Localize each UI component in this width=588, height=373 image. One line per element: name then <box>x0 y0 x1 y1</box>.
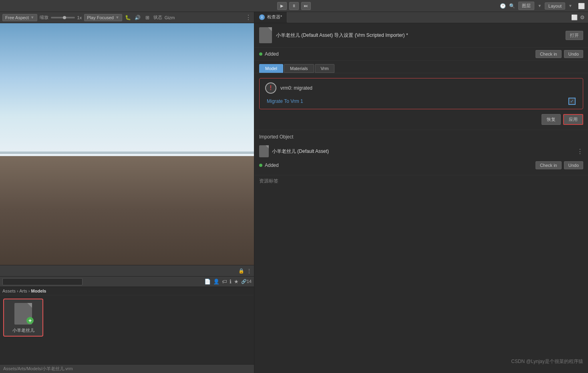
layers-button[interactable]: 图层 <box>518 2 534 10</box>
inspector-tab-right: ⬜ ⚙ <box>568 12 588 23</box>
breadcrumb-models[interactable]: Models <box>31 289 46 293</box>
inspector-header: 小羊老丝儿 (Default Asset) 导入设置 (Vrm Scripted… <box>254 23 588 48</box>
zoom-slider[interactable] <box>51 17 75 18</box>
aspect-dropdown[interactable]: Free Aspect ▼ <box>2 14 37 21</box>
inspector-title: 小羊老丝儿 (Default Asset) 导入设置 (Vrm Scripted… <box>276 32 562 39</box>
migrate-row: Migrate To Vrm 1 <box>265 98 577 105</box>
status-dot-icon <box>259 52 262 56</box>
asset-more-icon[interactable]: ⋮ <box>247 268 252 274</box>
imported-name: 小羊老丝儿 (Default Asset) <box>272 148 574 155</box>
asset-grid: + 小羊老丝儿 <box>0 295 254 364</box>
zoom-value: 1x <box>77 15 82 20</box>
tag-filter-icon[interactable]: 🏷 <box>222 279 227 285</box>
watermark: CSDN @Lynjay是个很菜的程序猿 <box>511 358 583 365</box>
star-filter-icon[interactable]: ★ <box>234 279 239 285</box>
list-item[interactable]: + 小羊老丝儿 <box>3 299 43 337</box>
layout-button[interactable]: Layout <box>545 2 565 10</box>
play-mode-dropdown[interactable]: Play Focused ▼ <box>84 14 122 21</box>
aspect-label: Free Aspect <box>5 15 29 20</box>
step-button[interactable]: ⏭ <box>301 2 311 10</box>
top-status-label: Added <box>265 51 279 57</box>
viewport-toolbar: Free Aspect ▼ 缩放 1x Play Focused ▼ 🐛 🔊 ⊞… <box>0 12 254 23</box>
inspector-tab[interactable]: i 检查器* <box>254 12 287 23</box>
info-filter-icon[interactable]: ℹ <box>230 279 232 285</box>
tab-model[interactable]: Model <box>259 64 283 73</box>
restore-button[interactable]: 恢复 <box>542 114 561 125</box>
chevron-down-icon[interactable]: ▼ <box>538 4 542 8</box>
play-mode-chevron-icon: ▼ <box>115 15 119 20</box>
asset-toolbar: 🔒 ⋮ <box>0 265 254 277</box>
person-filter-icon[interactable]: 👤 <box>213 279 219 285</box>
pause-button[interactable]: ⏸ <box>289 2 299 10</box>
warning-icon: ! <box>265 82 276 94</box>
tab-materials[interactable]: Materials <box>284 64 314 73</box>
restore-apply-row: 恢复 应用 <box>254 114 588 130</box>
viewport-more-icon[interactable]: ⋮ <box>245 14 252 21</box>
search-input[interactable] <box>2 278 83 285</box>
breadcrumb: Assets › Arts › Models <box>0 287 254 295</box>
asset-lock-icon[interactable]: 🔒 <box>238 268 244 274</box>
asset-name-label: 小羊老丝儿 <box>12 327 34 333</box>
viewport-sky <box>0 23 254 156</box>
content-tabs: Model Materials Vrm <box>254 61 588 73</box>
imported-status-label: Added <box>265 162 279 168</box>
add-badge-icon: + <box>26 317 34 324</box>
asset-path-text: Assets/Arts/Models/小羊老丝儿.vrm <box>3 366 73 372</box>
inspector-maximize-icon[interactable]: ⬜ <box>571 14 578 20</box>
tab-info-icon: i <box>259 14 265 20</box>
inspector-header-btns: 打开 <box>566 31 583 40</box>
play-mode-label: Play Focused <box>87 15 114 20</box>
inspector-panel: i 检查器* ⬜ ⚙ 小羊老丝儿 (Default Asset) 导入设置 (V… <box>254 12 588 373</box>
asset-search-bar: 📄 👤 🏷 ℹ ★ 🔗14 <box>0 277 254 287</box>
migrate-checkbox[interactable] <box>568 98 576 105</box>
main-area: Free Aspect ▼ 缩放 1x Play Focused ▼ 🐛 🔊 ⊞… <box>0 12 588 373</box>
resource-label-text: 资源标签 <box>259 178 278 184</box>
warning-header: ! vrm0: migrated <box>265 82 577 94</box>
imported-checkin-button[interactable]: Check in <box>536 161 562 169</box>
grid-icon[interactable]: ⊞ <box>144 14 151 21</box>
imported-file-icon <box>259 145 269 157</box>
imported-status-row: Added Check in Undo <box>259 160 583 171</box>
gizmo-label: Gizm <box>165 15 175 20</box>
imported-item: 小羊老丝儿 (Default Asset) ⋮ <box>259 143 583 160</box>
undo-button[interactable]: Undo <box>564 50 583 58</box>
zoom-knob <box>63 16 66 19</box>
layout-chevron-icon[interactable]: ▼ <box>568 4 572 8</box>
history-icon[interactable]: 🕐 <box>500 3 506 9</box>
breadcrumb-arts[interactable]: Arts <box>19 289 27 293</box>
asset-icon: + <box>11 302 35 326</box>
imported-undo-button[interactable]: Undo <box>564 161 583 169</box>
viewport[interactable] <box>0 23 254 265</box>
inspector-tab-label: 检查器* <box>267 14 282 20</box>
left-panel: Free Aspect ▼ 缩放 1x Play Focused ▼ 🐛 🔊 ⊞… <box>0 12 254 373</box>
warning-text: vrm0: migrated <box>280 85 312 91</box>
search-icon[interactable]: 🔍 <box>509 3 515 9</box>
migrate-label[interactable]: Migrate To Vrm 1 <box>267 98 303 104</box>
search-icons: 📄 👤 🏷 ℹ ★ 🔗14 <box>204 279 252 285</box>
zoom-label: 缩放 <box>40 14 48 20</box>
checkin-button[interactable]: Check in <box>536 50 562 58</box>
breadcrumb-assets[interactable]: Assets <box>2 289 16 293</box>
state-label: 状态 <box>153 14 162 20</box>
apply-button[interactable]: 应用 <box>563 114 583 125</box>
bug-icon[interactable]: 🐛 <box>125 14 132 21</box>
tab-vrm[interactable]: Vrm <box>315 64 335 73</box>
maximize-icon[interactable]: ⬜ <box>578 3 585 9</box>
inspector-settings-icon[interactable]: ⚙ <box>580 14 585 20</box>
imported-status-dot-icon <box>259 164 262 167</box>
inspector-spacer: CSDN @Lynjay是个很菜的程序猿 <box>254 187 588 373</box>
warning-box: ! vrm0: migrated Migrate To Vrm 1 <box>259 78 583 109</box>
file-filter-icon[interactable]: 📄 <box>204 279 211 285</box>
asset-browser: 🔒 ⋮ 📄 👤 🏷 ℹ ★ 🔗14 Assets › Arts › <box>0 265 254 373</box>
audio-icon[interactable]: 🔊 <box>134 14 141 21</box>
imported-object-section: Imported Object 小羊老丝儿 (Default Asset) ⋮ … <box>254 130 588 175</box>
viewport-horizon <box>0 151 254 154</box>
inspector-tab-bar: i 检查器* ⬜ ⚙ <box>254 12 588 23</box>
resource-label-row: 资源标签 <box>254 175 588 187</box>
aspect-chevron-icon: ▼ <box>30 15 34 20</box>
play-button[interactable]: ▶ <box>277 2 287 10</box>
open-button[interactable]: 打开 <box>566 31 583 40</box>
top-bar: ▶ ⏸ ⏭ 🕐 🔍 图层 ▼ Layout ▼ ⬜ <box>0 0 588 12</box>
top-status-row: Added Check in Undo <box>254 48 588 61</box>
imported-more-icon[interactable]: ⋮ <box>577 148 583 155</box>
